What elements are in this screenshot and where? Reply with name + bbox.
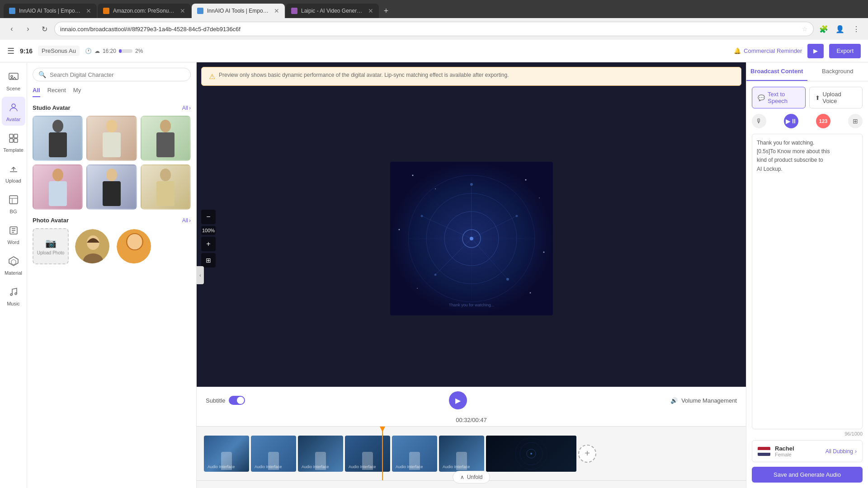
tab-recent[interactable]: Recent: [47, 87, 66, 97]
preview-play-button[interactable]: ▶: [807, 44, 824, 58]
search-input[interactable]: [50, 71, 185, 78]
material-icon: [6, 254, 21, 268]
settings-icon[interactable]: ⋮: [850, 23, 863, 35]
tab-close-4[interactable]: ✕: [368, 7, 373, 14]
tab-close-2[interactable]: ✕: [180, 7, 185, 14]
sidebar-item-music[interactable]: Music: [2, 281, 25, 310]
video-canvas: Thank you for watching...: [390, 162, 553, 315]
back-button[interactable]: ‹: [5, 23, 18, 35]
preview-warning: ⚠ Preview only shows basic dynamic perfo…: [201, 67, 741, 86]
microphone-button[interactable]: 🎙: [752, 114, 766, 128]
sidebar-item-word[interactable]: Word: [2, 220, 25, 249]
bookmark-icon[interactable]: ☆: [802, 25, 808, 33]
studio-avatar-3[interactable]: [141, 116, 191, 161]
svg-marker-10: [11, 259, 16, 265]
sidebar-item-bg[interactable]: BG: [2, 189, 25, 218]
svg-point-23: [160, 169, 171, 181]
video-area: − 100% + ⊞: [197, 90, 746, 387]
studio-avatar-grid: [33, 116, 191, 210]
upload-photo-icon: 📷: [45, 238, 57, 249]
tts-icon: 💬: [758, 94, 765, 101]
zoom-in-button[interactable]: +: [201, 237, 216, 251]
upload-voice-option[interactable]: ⬆ Upload Voice: [809, 87, 863, 108]
clock-icon: 🕐: [85, 48, 92, 54]
scene-label: Scene: [6, 86, 20, 91]
svg-point-42: [435, 188, 436, 189]
tts-text-input[interactable]: [752, 134, 863, 429]
app-time: 9:16: [20, 47, 33, 55]
play-pause-button[interactable]: ▶: [449, 391, 467, 409]
volume-control[interactable]: 🔊 Volume Management: [670, 397, 737, 404]
audio-split-button[interactable]: ⊞: [848, 114, 863, 128]
commercial-reminder-button[interactable]: 🔔 Commercial Reminder: [734, 47, 802, 54]
browser-tab-1[interactable]: InnAIO AI Tools | Empower Co... ✕: [4, 4, 97, 18]
unfold-button[interactable]: ∧ Unfold: [453, 471, 491, 483]
url-text: innaio.com/broadcasttool/#/8f9279e3-1a4b…: [60, 26, 802, 33]
svg-rect-3: [9, 134, 13, 138]
tab-broadcast-content[interactable]: Broadcast Content: [746, 62, 807, 81]
timeline-clip-2[interactable]: Audio Interface: [251, 436, 296, 472]
voice-dubbing[interactable]: All Dubbing ›: [826, 448, 857, 455]
text-to-speech-option[interactable]: 💬 Text to Speech: [752, 87, 806, 108]
photo-avatar-see-all[interactable]: All ›: [182, 217, 191, 224]
tab-my[interactable]: My: [73, 87, 81, 97]
video-controls: Subtitle ▶ 🔊 Volume Management: [197, 387, 746, 414]
audio-play-button[interactable]: ▶⏸: [784, 114, 798, 128]
svg-point-11: [10, 294, 12, 296]
hamburger-icon[interactable]: ☰: [7, 46, 14, 56]
sidebar-item-template[interactable]: Template: [2, 127, 25, 156]
tab-background[interactable]: Background: [807, 62, 868, 81]
new-tab-button[interactable]: +: [380, 5, 392, 17]
progress-bar-small: [119, 49, 132, 53]
timeline-clip-5[interactable]: Audio Interface: [392, 436, 437, 472]
voice-info: Rachel Female: [775, 445, 821, 457]
timeline-clip-1[interactable]: Audio Interface: [204, 436, 249, 472]
browser-tab-3[interactable]: InnAIO AI Tools | Empower Co... ✕: [192, 4, 285, 18]
photo-avatar-2[interactable]: [116, 228, 152, 264]
main-area: ‹ ⚠ Preview only shows basic dynamic per…: [197, 62, 746, 488]
tab-close-3[interactable]: ✕: [274, 7, 279, 14]
save-generate-audio-button[interactable]: Save and Generate Audio: [752, 467, 863, 483]
forward-button[interactable]: ›: [22, 23, 34, 35]
studio-avatar-6[interactable]: [141, 164, 191, 210]
photo-see-all-label: All: [182, 217, 188, 224]
refresh-button[interactable]: ↻: [38, 23, 51, 35]
add-clip-button[interactable]: +: [578, 445, 596, 463]
export-button[interactable]: Export: [829, 44, 861, 58]
browser-tab-2[interactable]: Amazon.com: PreSonus Audio... ✕: [98, 4, 191, 18]
avatar-icon: [6, 100, 21, 115]
search-bar[interactable]: 🔍: [33, 68, 191, 81]
studio-avatar-4[interactable]: [33, 164, 83, 210]
app-container: Scene Avatar Template: [0, 40, 868, 488]
extensions-icon[interactable]: 🧩: [817, 23, 830, 35]
studio-avatar-5[interactable]: [86, 164, 137, 210]
timeline-clip-4[interactable]: Audio Interface: [345, 436, 390, 472]
photo-avatar-1[interactable]: [74, 228, 110, 264]
studio-avatar-1[interactable]: [33, 116, 83, 161]
grid-button[interactable]: ⊞: [201, 253, 216, 267]
sidebar-item-avatar[interactable]: Avatar: [2, 97, 25, 126]
collapse-panel-button[interactable]: ‹: [197, 266, 204, 284]
tab-close-1[interactable]: ✕: [86, 7, 91, 14]
svg-text:Thank you for watching...: Thank you for watching...: [448, 303, 494, 307]
tab-all[interactable]: All: [33, 87, 40, 97]
sidebar-item-upload[interactable]: Upload: [2, 158, 25, 187]
photo-upload-button[interactable]: 📷 Upload Photo: [33, 228, 69, 264]
svg-rect-6: [14, 139, 18, 142]
svg-rect-16: [103, 132, 121, 157]
timeline-clip-dark[interactable]: [486, 436, 576, 472]
sidebar-item-scene[interactable]: Scene: [2, 66, 25, 95]
subtitle-switch[interactable]: [229, 396, 245, 405]
timeline-clip-6[interactable]: Audio Interface: [439, 436, 484, 472]
profile-icon[interactable]: 👤: [834, 23, 846, 35]
studio-avatar-2[interactable]: [86, 116, 137, 161]
left-sidebar: Scene Avatar Template: [0, 62, 27, 488]
zoom-out-button[interactable]: −: [201, 210, 216, 224]
address-bar[interactable]: innaio.com/broadcasttool/#/8f9279e3-1a4b…: [54, 22, 814, 36]
voice-selector[interactable]: Rachel Female All Dubbing ›: [752, 440, 863, 462]
studio-avatar-see-all[interactable]: All ›: [182, 105, 191, 111]
sidebar-item-material[interactable]: Material: [2, 250, 25, 279]
audio-number-button[interactable]: 123: [816, 114, 830, 128]
browser-tab-4[interactable]: Laipic - AI Video Generator ✕: [286, 4, 379, 18]
timeline-clip-3[interactable]: Audio Interface: [298, 436, 343, 472]
